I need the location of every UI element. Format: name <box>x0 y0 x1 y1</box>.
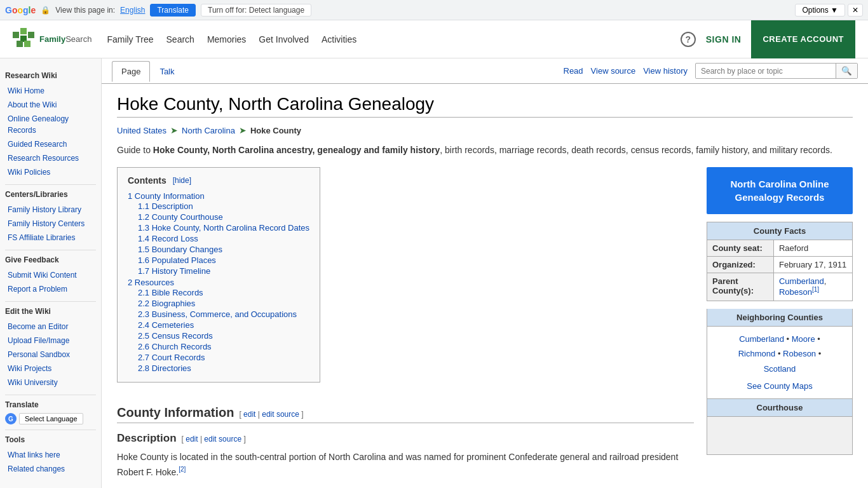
organized-label: Organized: <box>707 257 774 273</box>
sidebar-upload-file[interactable]: Upload File/Image <box>5 334 96 348</box>
sidebar-wiki-university[interactable]: Wiki University <box>5 376 96 390</box>
header-right: ? SIGN IN CREATE ACCOUNT <box>681 20 855 58</box>
contents-link-2[interactable]: 2 Resources <box>128 278 174 287</box>
contents-link-1-2[interactable]: 1.2 County Courthouse <box>138 212 223 222</box>
sidebar-research-resources[interactable]: Research Resources <box>5 151 96 165</box>
tab-talk[interactable]: Talk <box>150 61 184 82</box>
edit-description[interactable]: edit <box>186 435 198 444</box>
sidebar-online-records[interactable]: Online Genealogy Records <box>5 112 96 137</box>
county-facts-header-row: County Facts <box>707 222 853 240</box>
svg-rect-0 <box>13 32 19 38</box>
neighboring-richmond[interactable]: Richmond <box>738 349 776 358</box>
intro-bold: Hoke County, North Carolina ancestry, ge… <box>153 145 440 155</box>
neighboring-moore[interactable]: Moore <box>792 334 815 344</box>
sign-in-button[interactable]: SIGN IN <box>706 34 742 44</box>
turn-off-button[interactable]: Turn off for: Detect language <box>201 4 311 17</box>
contents-link-2-6[interactable]: 2.6 Church Records <box>138 342 212 351</box>
sidebar-related-changes[interactable]: Related changes <box>5 462 96 476</box>
nav-get-involved[interactable]: Get Involved <box>259 34 309 44</box>
main-nav: Family Tree Search Memories Get Involved… <box>107 34 680 44</box>
tools-title: Tools <box>5 435 96 444</box>
contents-link-1-3[interactable]: 1.3 Hoke County, North Carolina Record D… <box>138 223 309 233</box>
contents-link-1[interactable]: 1 County Information <box>128 191 205 201</box>
language-select[interactable]: English <box>120 6 145 15</box>
tab-read[interactable]: Read <box>564 66 583 76</box>
sidebar-what-links-here[interactable]: What links here <box>5 448 96 462</box>
sidebar-wiki-policies[interactable]: Wiki Policies <box>5 165 96 179</box>
create-account-button[interactable]: CREATE ACCOUNT <box>751 20 855 58</box>
contents-link-2-5[interactable]: 2.5 Census Records <box>138 331 213 341</box>
nc-records-button[interactable]: North Carolina OnlineGenealogy Records <box>707 167 853 214</box>
logo-link[interactable]: FamilySearch <box>13 28 92 51</box>
article-sidebar: North Carolina OnlineGenealogy Records C… <box>707 167 853 488</box>
edit-source-description[interactable]: edit source <box>204 435 241 444</box>
sidebar-personal-sandbox[interactable]: Personal Sandbox <box>5 348 96 362</box>
options-button[interactable]: Options ▼ <box>795 4 845 17</box>
courthouse-image-placeholder <box>707 417 853 455</box>
contents-link-2-4[interactable]: 2.4 Cemeteries <box>138 320 194 330</box>
parent-cumberland-link[interactable]: Cumberland <box>779 276 824 286</box>
translate-button[interactable]: Translate <box>150 4 196 17</box>
neighboring-cumberland[interactable]: Cumberland <box>739 334 784 344</box>
courthouse-section-title: Courthouse <box>707 399 853 417</box>
contents-hide[interactable]: [hide] <box>173 176 191 185</box>
neighboring-robeson[interactable]: Robeson <box>783 349 816 358</box>
main-content: Page Talk Read View source View history … <box>102 58 868 488</box>
nav-memories[interactable]: Memories <box>207 34 246 44</box>
sidebar-family-history-library[interactable]: Family History Library <box>5 203 96 217</box>
nav-search[interactable]: Search <box>166 34 194 44</box>
nav-family-tree[interactable]: Family Tree <box>107 34 153 44</box>
sidebar-fs-affiliate[interactable]: FS Affiliate Libraries <box>5 231 96 245</box>
contents-link-2-1[interactable]: 2.1 Bible Records <box>138 288 203 297</box>
article-main: Contents [hide] 1 County Information 1.1… <box>117 167 694 488</box>
sidebar: Research Wiki Wiki Home About the Wiki O… <box>0 58 102 488</box>
sidebar-divider-1 <box>5 184 96 185</box>
parent-county-row: Parent County(s): Cumberland, Robeson[1] <box>707 273 853 301</box>
search-button[interactable]: 🔍 <box>836 64 857 78</box>
contents-link-1-7[interactable]: 1.7 History Timeline <box>138 266 210 276</box>
county-seat-value: Raeford <box>773 240 852 257</box>
sidebar-become-editor[interactable]: Become an Editor <box>5 320 96 334</box>
sidebar-wiki-home[interactable]: Wiki Home <box>5 84 96 98</box>
help-icon[interactable]: ? <box>681 32 696 47</box>
select-language-button[interactable]: Select Language <box>19 413 83 424</box>
neighboring-scotland[interactable]: Scotland <box>764 364 796 374</box>
tab-view-history[interactable]: View history <box>643 66 688 76</box>
breadcrumb-arrow-2: ➤ <box>239 125 247 135</box>
article-title: Hoke County, North Carolina Genealogy <box>117 94 853 118</box>
article-body: Contents [hide] 1 County Information 1.1… <box>117 167 853 488</box>
contents-link-1-1[interactable]: 1.1 Description <box>138 201 193 211</box>
contents-link-2-8[interactable]: 2.8 Directories <box>138 363 191 373</box>
contents-link-1-4[interactable]: 1.4 Record Loss <box>138 234 198 243</box>
contents-link-2-2[interactable]: 2.2 Biographies <box>138 299 195 308</box>
translate-bar-right: Options ▼ ✕ <box>795 4 863 17</box>
edit-source-county-info[interactable]: edit source <box>262 410 299 419</box>
close-translate-button[interactable]: ✕ <box>848 4 863 17</box>
edit-county-info[interactable]: edit <box>243 410 255 419</box>
sidebar-guided-research[interactable]: Guided Research <box>5 137 96 151</box>
svg-rect-2 <box>28 32 34 38</box>
nav-activities[interactable]: Activities <box>322 34 356 44</box>
parent-robeson-link[interactable]: Robeson <box>779 288 812 297</box>
search-input[interactable] <box>696 64 836 78</box>
translate-title: Translate <box>5 400 96 409</box>
contents-link-1-5[interactable]: 1.5 Boundary Changes <box>138 245 222 254</box>
breadcrumb-arrow-1: ➤ <box>170 125 178 135</box>
contents-link-1-6[interactable]: 1.6 Populated Places <box>138 255 216 265</box>
parent-value: Cumberland, Robeson[1] <box>773 273 852 301</box>
sidebar-family-history-centers[interactable]: Family History Centers <box>5 217 96 231</box>
google-translate-widget: G Select Language <box>5 413 96 424</box>
parent-label: Parent County(s): <box>707 273 774 301</box>
see-county-maps[interactable]: See County Maps <box>712 379 847 393</box>
sidebar-about-wiki[interactable]: About the Wiki <box>5 98 96 112</box>
breadcrumb-us[interactable]: United States <box>117 126 166 135</box>
sidebar-submit-wiki[interactable]: Submit Wiki Content <box>5 268 96 282</box>
county-facts-title: County Facts <box>707 222 853 240</box>
sidebar-wiki-projects[interactable]: Wiki Projects <box>5 362 96 376</box>
contents-link-2-3[interactable]: 2.3 Business, Commerce, and Occupations <box>138 309 297 319</box>
contents-link-2-7[interactable]: 2.7 Court Records <box>138 353 205 362</box>
sidebar-report-problem[interactable]: Report a Problem <box>5 282 96 296</box>
tab-view-source[interactable]: View source <box>591 66 636 76</box>
tab-page[interactable]: Page <box>112 61 150 82</box>
breadcrumb-nc[interactable]: North Carolina <box>182 126 235 135</box>
